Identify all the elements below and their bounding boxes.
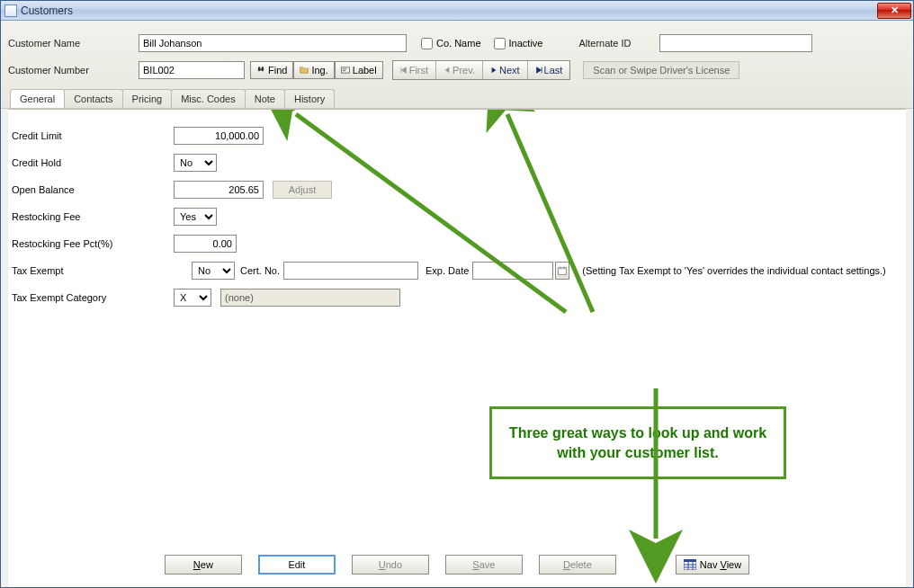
tab-contacts[interactable]: Contacts: [64, 89, 122, 108]
cert-no-label: Cert. No.: [240, 265, 280, 276]
svg-rect-11: [684, 559, 696, 562]
open-balance-label: Open Balance: [12, 184, 174, 195]
last-icon: [535, 67, 542, 74]
find-button[interactable]: Find: [250, 61, 293, 79]
label-button[interactable]: Label: [335, 61, 383, 79]
alternate-id-label: Alternate ID: [578, 38, 659, 49]
close-button[interactable]: ✕: [877, 3, 911, 19]
restocking-pct-label: Restocking Fee Pct(%): [12, 238, 174, 249]
credit-limit-label: Credit Limit: [12, 130, 174, 141]
customer-number-input[interactable]: [139, 61, 245, 79]
customer-number-label: Customer Number: [8, 65, 139, 76]
nav-last-button[interactable]: Last: [528, 61, 570, 79]
open-balance-input[interactable]: [174, 181, 264, 199]
prev-icon: [444, 67, 451, 74]
restocking-fee-label: Restocking Fee: [12, 211, 174, 222]
annotation-callout: Three great ways to look up and work wit…: [489, 406, 786, 479]
nav-first-button[interactable]: First: [393, 61, 436, 79]
tax-exempt-select[interactable]: No: [192, 262, 235, 280]
date-picker-button[interactable]: [555, 262, 569, 280]
exp-date-label: Exp. Date: [426, 265, 469, 276]
ing-button[interactable]: Ing.: [293, 61, 334, 79]
svg-rect-0: [341, 67, 349, 73]
tax-exempt-cat-desc: [220, 289, 400, 307]
scan-license-button[interactable]: Scan or Swipe Driver's License: [583, 61, 739, 79]
restocking-fee-select[interactable]: Yes: [174, 208, 217, 226]
co-name-checkbox[interactable]: Co. Name: [417, 35, 481, 52]
save-button[interactable]: Save: [445, 555, 523, 575]
delete-button[interactable]: Delete: [539, 555, 616, 575]
tab-general[interactable]: General: [10, 89, 65, 108]
credit-hold-select[interactable]: No: [174, 154, 217, 172]
tax-exempt-hint: (Setting Tax Exempt to 'Yes' overrides t…: [582, 265, 885, 276]
undo-button[interactable]: Undo: [352, 555, 429, 575]
tax-exempt-label: Tax Exempt: [12, 265, 192, 276]
nav-next-button[interactable]: Next: [483, 61, 528, 79]
svg-rect-4: [559, 267, 567, 269]
customer-name-input[interactable]: [139, 34, 407, 52]
credit-limit-input[interactable]: [174, 127, 264, 145]
adjust-button[interactable]: Adjust: [273, 181, 332, 199]
new-button[interactable]: New: [165, 555, 242, 575]
window-title: Customers: [21, 4, 877, 17]
tax-exempt-cat-label: Tax Exempt Category: [12, 292, 174, 303]
inactive-checkbox[interactable]: Inactive: [490, 35, 543, 52]
exp-date-input[interactable]: [472, 262, 553, 280]
tab-pricing[interactable]: Pricing: [122, 89, 173, 108]
tax-exempt-cat-select[interactable]: X: [174, 289, 211, 307]
binoculars-icon: [256, 66, 265, 75]
record-nav: First Prev. Next Last: [392, 60, 571, 80]
tab-misc-codes[interactable]: Misc. Codes: [171, 89, 246, 108]
app-icon: [4, 4, 17, 17]
first-icon: [400, 67, 408, 74]
alternate-id-input[interactable]: [659, 34, 812, 52]
credit-hold-label: Credit Hold: [12, 157, 174, 168]
calendar-icon: [558, 266, 567, 275]
tab-history[interactable]: History: [284, 89, 335, 108]
nav-view-button[interactable]: Nav View: [676, 555, 749, 575]
label-icon: [341, 66, 350, 75]
tab-note[interactable]: Note: [245, 89, 285, 108]
customer-name-label: Customer Name: [8, 38, 139, 49]
restocking-pct-input[interactable]: [174, 235, 237, 253]
folder-icon: [300, 66, 309, 75]
nav-prev-button[interactable]: Prev.: [436, 61, 483, 79]
cert-no-input[interactable]: [283, 262, 418, 280]
grid-icon: [684, 559, 696, 570]
next-icon: [490, 67, 497, 74]
edit-button[interactable]: Edit: [258, 555, 336, 575]
